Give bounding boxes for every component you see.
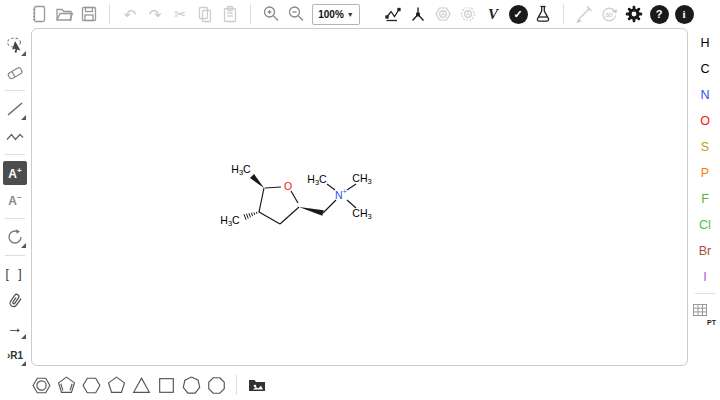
aromatize-icon: A [433, 4, 453, 24]
save-button[interactable] [78, 3, 100, 25]
cyclopentane-icon [106, 375, 127, 396]
lasso-select-button[interactable] [3, 33, 27, 57]
divider [5, 90, 25, 91]
cyclohexane-icon [81, 375, 102, 396]
about-button[interactable]: i [673, 3, 695, 25]
sgroup-brackets-icon: [ ] [5, 267, 24, 281]
layout-icon [383, 4, 403, 24]
element-button-cl[interactable]: Cl [693, 212, 717, 238]
single-bond-icon [4, 98, 26, 120]
paste-button[interactable] [219, 3, 241, 25]
template-cyclopentane-button[interactable] [105, 374, 127, 396]
calculate-cip-button[interactable]: V [482, 3, 504, 25]
divider [236, 375, 237, 395]
calculate-cip-icon: V [488, 6, 498, 23]
zoom-in-icon [261, 4, 281, 24]
rgroup-button[interactable]: ›R1 [3, 343, 27, 367]
svg-text:3D: 3D [605, 12, 613, 18]
element-button-n[interactable]: N [693, 82, 717, 108]
calculated-values-button[interactable] [532, 3, 554, 25]
element-button-br[interactable]: Br [693, 238, 717, 264]
info-icon: i [675, 5, 694, 24]
paperclip-icon [4, 290, 26, 312]
dearomatize-button[interactable]: A [457, 3, 479, 25]
divider [5, 255, 25, 256]
new-document-icon [29, 4, 49, 24]
check-structure-icon: ✓ [509, 5, 528, 24]
cyclobutane-icon [156, 375, 177, 396]
attachment-point-button[interactable] [3, 289, 27, 313]
single-bond-button[interactable] [3, 97, 27, 121]
cyclooctane-icon [206, 375, 227, 396]
template-cyclohexane-button[interactable] [80, 374, 102, 396]
template-library-button[interactable] [246, 374, 268, 396]
svg-text:A: A [441, 10, 446, 17]
template-cyclopropane-button[interactable] [130, 374, 152, 396]
cyclopropane-icon [131, 375, 152, 396]
element-button-c[interactable]: C [693, 56, 717, 82]
new-document-button[interactable] [28, 3, 50, 25]
help-button[interactable]: ? [648, 3, 670, 25]
periodic-table-label: PT [707, 319, 716, 326]
template-cycloheptane-button[interactable] [180, 374, 202, 396]
template-benzene-button[interactable] [30, 374, 52, 396]
divider [5, 218, 25, 219]
aromatize-button[interactable]: A [432, 3, 454, 25]
rgroup-icon: ›R1 [7, 350, 23, 361]
element-button-s[interactable]: S [693, 134, 717, 160]
flask-icon [533, 4, 553, 24]
erase-button[interactable] [3, 60, 27, 84]
3d-viewer-icon: 3D [599, 4, 619, 24]
svg-text:A: A [466, 10, 471, 17]
rotate-tool-button[interactable] [3, 225, 27, 249]
cut-button[interactable]: ✂ [169, 3, 191, 25]
recognize-molecule-button[interactable] [573, 3, 595, 25]
copy-button[interactable] [194, 3, 216, 25]
zoom-out-button[interactable] [285, 3, 307, 25]
element-button-h[interactable]: H [693, 30, 717, 56]
charge-plus-button[interactable]: A+ [3, 161, 27, 185]
3d-viewer-button[interactable]: 3D [598, 3, 620, 25]
pen-icon [574, 4, 594, 24]
sgroup-button[interactable]: [ ] [3, 262, 27, 286]
divider [563, 4, 564, 24]
template-cyclopentadiene-button[interactable] [55, 374, 77, 396]
template-library-icon [247, 375, 267, 395]
copy-icon [195, 4, 215, 24]
divider [5, 154, 25, 155]
reaction-arrow-button[interactable]: → [3, 316, 27, 340]
dearomatize-icon: A [458, 4, 478, 24]
charge-plus-icon: A+ [8, 166, 21, 181]
element-button-p[interactable]: P [693, 160, 717, 186]
clean-up-icon [408, 4, 428, 24]
paste-icon [220, 4, 240, 24]
zoom-in-button[interactable] [260, 3, 282, 25]
undo-button[interactable]: ↶ [119, 3, 141, 25]
charge-minus-button[interactable]: A− [3, 188, 27, 212]
chevron-down-icon: ▼ [347, 11, 354, 18]
divider [109, 4, 110, 24]
open-button[interactable] [53, 3, 75, 25]
element-button-i[interactable]: I [693, 264, 717, 290]
divider [250, 4, 251, 24]
element-button-f[interactable]: F [693, 186, 717, 212]
clean-up-button[interactable] [407, 3, 429, 25]
zoom-out-icon [286, 4, 306, 24]
periodic-table-button[interactable]: PT [693, 304, 717, 326]
redo-icon: ↷ [149, 7, 162, 22]
template-cyclooctane-button[interactable] [205, 374, 227, 396]
save-icon [79, 4, 99, 24]
divider [695, 293, 715, 294]
cyclopentadiene-icon [56, 375, 77, 396]
chain-tool-button[interactable] [3, 124, 27, 148]
help-icon: ? [650, 5, 669, 24]
settings-button[interactable] [623, 3, 645, 25]
zoom-level-dropdown[interactable]: 100% ▼ [312, 4, 360, 25]
drawing-canvas[interactable] [31, 28, 688, 366]
check-structure-button[interactable]: ✓ [507, 3, 529, 25]
reaction-arrow-icon: → [7, 319, 23, 337]
redo-button[interactable]: ↷ [144, 3, 166, 25]
template-cyclobutane-button[interactable] [155, 374, 177, 396]
element-button-o[interactable]: O [693, 108, 717, 134]
layout-button[interactable] [382, 3, 404, 25]
